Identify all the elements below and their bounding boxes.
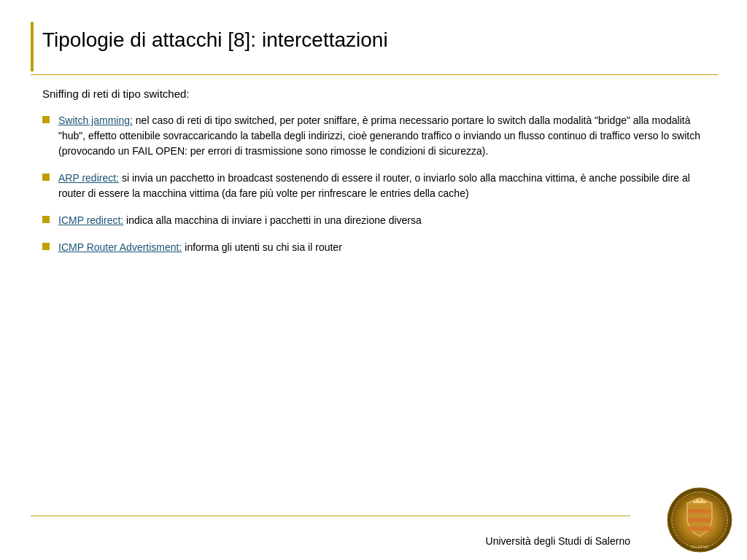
svg-text:SALERNO: SALERNO [691,545,708,549]
svg-rect-4 [688,526,711,531]
title-area: Tipologie di attacchi [8]: intercettazio… [42,22,718,52]
bullet-text-icmp-router: ICMP Router Advertisment: informa gli ut… [58,240,718,255]
icmp-redirect-body: indica alla macchina di inviare i pacche… [123,214,422,226]
bullet-text-arp-redirect: ARP redirect: si invia un pacchetto in b… [58,171,718,201]
switch-jamming-body: nel caso di reti di tipo switched, per p… [58,114,700,157]
bottom-divider [31,516,630,516]
list-item: ARP redirect: si invia un pacchetto in b… [42,171,718,201]
slide-container: Tipologie di attacchi [8]: intercettazio… [0,0,747,560]
list-item: ICMP Router Advertisment: informa gli ut… [42,240,718,255]
switch-jamming-link: Switch jamming: [58,114,133,126]
bullet-icon [42,243,50,250]
left-accent-bar [31,22,34,71]
slide-title: Tipologie di attacchi [8]: intercettazio… [42,22,718,52]
bullet-icon [42,174,50,181]
footer-text: Università degli Studi di Salerno [31,535,630,547]
content-area: Sniffing di reti di tipo switched: Switc… [42,88,718,502]
bullet-text-icmp-redirect: ICMP redirect: indica alla macchina di i… [58,213,718,228]
title-divider [31,74,718,75]
arp-redirect-body: si invia un pacchetto in broadcast soste… [58,172,690,199]
icmp-router-link: ICMP Router Advertisment: [58,241,182,253]
university-seal: SALERNO [667,487,732,553]
bullet-icon [42,116,50,123]
bullet-list: Switch jamming: nel caso di reti di tipo… [42,113,718,255]
seal-svg: SALERNO [667,487,732,553]
section-label: Sniffing di reti di tipo switched: [42,88,718,100]
icmp-redirect-link: ICMP redirect: [58,214,123,226]
svg-rect-3 [688,518,711,522]
arp-redirect-link: ARP redirect: [58,172,119,184]
svg-rect-2 [688,509,711,513]
icmp-router-body: informa gli utenti su chi sia il router [182,241,341,253]
bullet-text-switch-jamming: Switch jamming: nel caso di reti di tipo… [58,113,718,159]
list-item: Switch jamming: nel caso di reti di tipo… [42,113,718,159]
list-item: ICMP redirect: indica alla macchina di i… [42,213,718,228]
bullet-icon [42,216,50,223]
